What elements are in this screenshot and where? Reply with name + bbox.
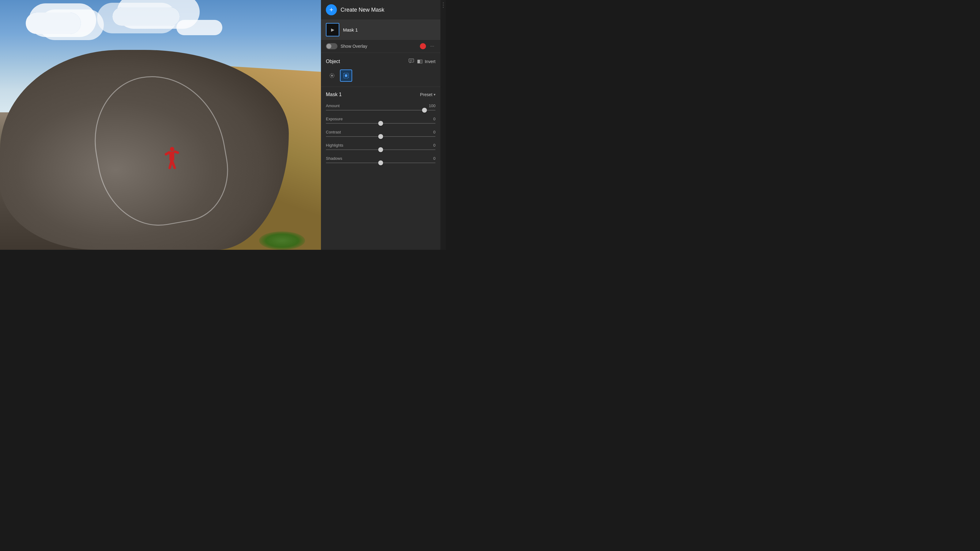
adjustments-section: Mask 1 Preset ▾ Amount 100 Exposure 0: [321, 87, 441, 250]
overlay-more-button[interactable]: ···: [429, 43, 436, 49]
highlights-slider-row: Highlights 0: [326, 143, 436, 150]
contrast-slider[interactable]: [326, 136, 436, 137]
amount-slider[interactable]: [326, 110, 436, 111]
cloud-2: [112, 7, 180, 26]
side-strip-dot-3: [443, 7, 444, 8]
overlay-row: Show Overlay ···: [321, 40, 441, 53]
preset-label: Preset: [420, 92, 433, 97]
chat-icon[interactable]: [408, 58, 414, 65]
overlay-label: Show Overlay: [340, 44, 417, 49]
contrast-label: Contrast: [326, 130, 341, 134]
photo-canvas: [0, 0, 321, 250]
contrast-slider-row: Contrast 0: [326, 130, 436, 137]
bushes: [259, 232, 305, 250]
svg-point-6: [331, 75, 333, 76]
cloud-1: [26, 13, 81, 34]
amount-label: Amount: [326, 103, 340, 108]
object-header: Object Invert: [326, 58, 436, 65]
select-subject-tool[interactable]: [340, 70, 352, 82]
amount-slider-thumb[interactable]: [422, 108, 427, 113]
exposure-value: 0: [433, 117, 436, 121]
amount-label-row: Amount 100: [326, 103, 436, 108]
svg-rect-4: [420, 60, 422, 64]
mask-1-row[interactable]: ▶ Mask 1: [321, 20, 441, 40]
brush-subtract-tool[interactable]: [326, 70, 338, 82]
highlights-label: Highlights: [326, 143, 343, 148]
object-section: Object Invert: [321, 53, 441, 87]
amount-value: 100: [429, 103, 436, 108]
highlights-slider-thumb[interactable]: [378, 147, 383, 152]
climber-figure: [167, 145, 178, 170]
side-strip-dot-1: [443, 2, 444, 3]
highlights-label-row: Highlights 0: [326, 143, 436, 148]
shadows-label-row: Shadows 0: [326, 156, 436, 161]
object-title: Object: [326, 59, 406, 64]
mask-name-label: Mask 1: [343, 27, 358, 32]
exposure-slider-row: Exposure 0: [326, 117, 436, 124]
adjustments-header: Mask 1 Preset ▾: [326, 92, 436, 97]
highlights-slider[interactable]: [326, 149, 436, 150]
contrast-slider-thumb[interactable]: [378, 134, 383, 139]
exposure-slider[interactable]: [326, 123, 436, 124]
highlights-value: 0: [433, 143, 436, 148]
panel-header: + Create New Mask: [321, 0, 441, 20]
shadows-slider[interactable]: [326, 162, 436, 163]
svg-rect-0: [409, 59, 414, 62]
exposure-slider-thumb[interactable]: [378, 121, 383, 126]
toggle-knob: [326, 44, 331, 49]
create-mask-title: Create New Mask: [340, 7, 384, 13]
right-panel: + Create New Mask ▶ Mask 1 Show Overlay …: [321, 0, 441, 250]
amount-slider-row: Amount 100: [326, 103, 436, 111]
exposure-label-row: Exposure 0: [326, 117, 436, 121]
overlay-toggle[interactable]: [326, 43, 337, 49]
invert-icon: [417, 59, 423, 65]
invert-label: Invert: [425, 59, 436, 64]
side-strip: [441, 0, 446, 250]
cloud-3: [177, 20, 222, 35]
mask-thumb-icon: ▶: [331, 27, 334, 32]
side-strip-dot-2: [443, 5, 444, 5]
exposure-label: Exposure: [326, 117, 343, 121]
shadows-value: 0: [433, 156, 436, 161]
contrast-value: 0: [433, 130, 436, 134]
shadows-slider-thumb[interactable]: [378, 160, 383, 165]
adjustments-title: Mask 1: [326, 92, 420, 97]
create-mask-button[interactable]: +: [326, 4, 337, 15]
plus-icon: +: [329, 6, 334, 14]
svg-rect-3: [417, 60, 420, 64]
preset-chevron-icon: ▾: [434, 92, 436, 97]
tools-row: [326, 70, 436, 84]
photo-scene: [0, 0, 321, 250]
invert-section[interactable]: Invert: [417, 59, 436, 65]
preset-button[interactable]: Preset ▾: [420, 92, 436, 97]
mask-thumbnail: ▶: [326, 23, 339, 37]
shadows-label: Shadows: [326, 156, 342, 161]
svg-rect-8: [345, 75, 347, 77]
contrast-label-row: Contrast 0: [326, 130, 436, 134]
shadows-slider-row: Shadows 0: [326, 156, 436, 163]
overlay-color-swatch[interactable]: [420, 43, 426, 49]
